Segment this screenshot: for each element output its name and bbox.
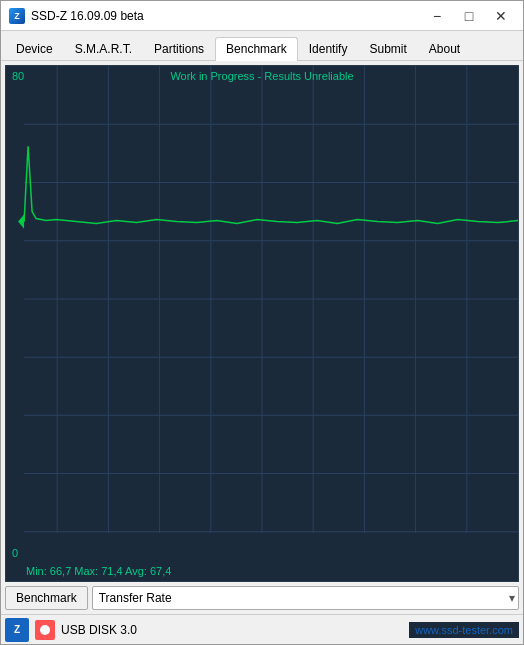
- main-content: Work in Progress - Results Unreliable 80: [1, 61, 523, 614]
- transfer-type-select[interactable]: Transfer Rate Access Time IOPS: [92, 586, 519, 610]
- window-title: SSD-Z 16.09.09 beta: [31, 9, 423, 23]
- app-icon: Z: [9, 8, 25, 24]
- tab-submit[interactable]: Submit: [358, 37, 417, 61]
- window-controls: − □ ✕: [423, 6, 515, 26]
- website-url: www.ssd-tester.com: [409, 622, 519, 638]
- chart-stats: Min: 66,7 Max: 71,4 Avg: 67,4: [26, 565, 518, 577]
- tab-benchmark[interactable]: Benchmark: [215, 37, 298, 61]
- app-status-icon: Z: [5, 618, 29, 642]
- disk-icon-inner: [40, 625, 50, 635]
- chart-header-text: Work in Progress - Results Unreliable: [6, 70, 518, 82]
- main-window: Z SSD-Z 16.09.09 beta − □ ✕ Device S.M.A…: [0, 0, 524, 645]
- benchmark-button[interactable]: Benchmark: [5, 586, 88, 610]
- disk-name: USB DISK 3.0: [61, 623, 409, 637]
- minimize-button[interactable]: −: [423, 6, 451, 26]
- y-axis-min-label: 0: [12, 547, 18, 559]
- toolbar: Benchmark Transfer Rate Access Time IOPS…: [1, 582, 523, 614]
- benchmark-chart: Work in Progress - Results Unreliable 80: [5, 65, 519, 582]
- maximize-button[interactable]: □: [455, 6, 483, 26]
- tab-partitions[interactable]: Partitions: [143, 37, 215, 61]
- tab-device[interactable]: Device: [5, 37, 64, 61]
- status-bar: Z USB DISK 3.0 www.ssd-tester.com: [1, 614, 523, 644]
- y-axis-max-label: 80: [12, 70, 24, 82]
- disk-icon: [35, 620, 55, 640]
- close-button[interactable]: ✕: [487, 6, 515, 26]
- tab-identify[interactable]: Identify: [298, 37, 359, 61]
- transfer-type-select-container: Transfer Rate Access Time IOPS ▾: [92, 586, 519, 610]
- tab-smart[interactable]: S.M.A.R.T.: [64, 37, 143, 61]
- tab-about[interactable]: About: [418, 37, 471, 61]
- menu-bar: Device S.M.A.R.T. Partitions Benchmark I…: [1, 31, 523, 61]
- chart-svg: [6, 66, 518, 558]
- title-bar: Z SSD-Z 16.09.09 beta − □ ✕: [1, 1, 523, 31]
